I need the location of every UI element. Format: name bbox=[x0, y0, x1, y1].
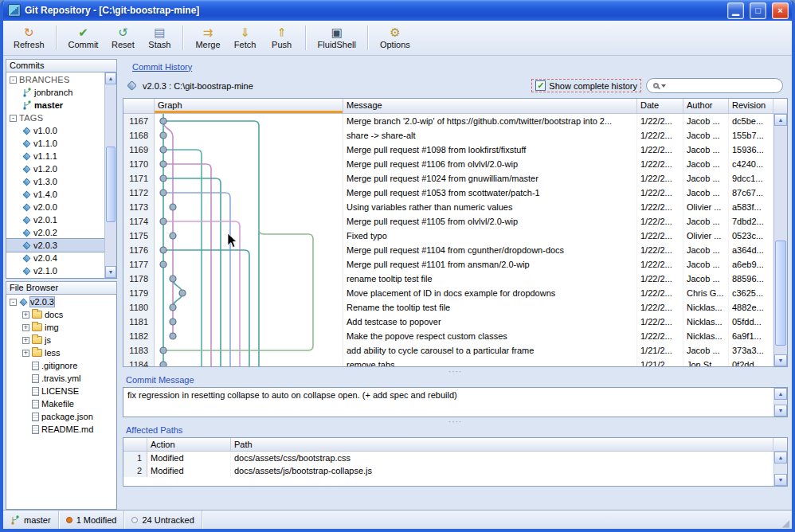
scroll-up-button[interactable]: ▲ bbox=[774, 452, 787, 464]
scroll-track[interactable] bbox=[774, 126, 787, 354]
column-header-author[interactable]: Author bbox=[683, 99, 729, 113]
collapse-icon[interactable]: - bbox=[10, 76, 17, 84]
file-item[interactable]: .gitignore bbox=[6, 359, 116, 372]
file-item[interactable]: .travis.yml bbox=[6, 372, 116, 385]
affected-path-row[interactable]: 2 Modified docs/assets/js/bootstrap-coll… bbox=[123, 464, 773, 477]
expand-icon[interactable]: + bbox=[22, 337, 29, 344]
column-header-path[interactable]: Path bbox=[231, 438, 773, 451]
table-row[interactable]: 1182 Make the popove respect custom clas… bbox=[123, 329, 773, 343]
branch-item[interactable]: master bbox=[6, 99, 104, 111]
table-row[interactable]: 1167 Merge branch '2.0-wip' of https://g… bbox=[123, 114, 773, 128]
show-complete-history-checkbox[interactable]: ✓ bbox=[535, 80, 546, 91]
table-row[interactable]: 1184 remove tabs 1/21/2... Jon St... 0f2… bbox=[123, 358, 773, 366]
column-header-revision[interactable]: Revision bbox=[729, 99, 773, 113]
scroll-down-button[interactable]: ▼ bbox=[105, 266, 116, 278]
table-row[interactable]: 1169 Merge pull request #1098 from lookf… bbox=[123, 143, 773, 157]
affected-path-row[interactable]: 1 Modified docs/assets/css/bootstrap.css bbox=[123, 452, 773, 464]
table-scrollbar[interactable]: ▲ ▼ bbox=[773, 114, 787, 366]
scroll-thumb[interactable] bbox=[106, 147, 116, 223]
branches-node[interactable]: - BRANCHES bbox=[6, 73, 104, 86]
commits-scrollbar[interactable]: ▲ ▼ bbox=[104, 72, 116, 278]
merge-button[interactable]: ⇉Merge bbox=[190, 22, 225, 53]
commit-button[interactable]: ✔Commit bbox=[63, 22, 104, 53]
file-item[interactable]: package.json bbox=[6, 410, 116, 423]
table-row[interactable]: 1177 Merge pull request #1101 from ansma… bbox=[123, 257, 773, 272]
tag-item[interactable]: v1.1.0 bbox=[6, 137, 104, 150]
tag-item[interactable]: v1.0.0 bbox=[6, 124, 104, 137]
table-row[interactable]: 1168 share -> share-alt 1/22/2... Jacob … bbox=[123, 128, 773, 143]
tab-commit-history[interactable]: Commit History bbox=[132, 62, 192, 72]
splitter-handle[interactable]: ···· bbox=[123, 417, 788, 425]
file-browser-root[interactable]: - v2.0.3 bbox=[6, 295, 116, 308]
table-row[interactable]: 1181 Add testcase to popover 1/22/2... N… bbox=[123, 315, 773, 329]
options-button[interactable]: ⚙Options bbox=[374, 22, 416, 53]
fluidshell-button[interactable]: ▣FluidShell bbox=[312, 22, 362, 53]
column-header-date[interactable]: Date bbox=[637, 99, 683, 113]
folder-item[interactable]: + img bbox=[6, 321, 116, 334]
file-item[interactable]: Makefile bbox=[6, 397, 116, 410]
search-box[interactable] bbox=[646, 78, 783, 93]
commit-message-scroll[interactable]: ▲ ▼ bbox=[773, 388, 787, 417]
folder-item[interactable]: + js bbox=[6, 334, 116, 346]
table-row[interactable]: 1180 Rename the tooltip test file 1/22/2… bbox=[123, 300, 773, 315]
scroll-up-button[interactable]: ▲ bbox=[105, 72, 116, 84]
table-row[interactable]: 1174 Merge pull request #1105 from olvlv… bbox=[123, 214, 773, 229]
search-input[interactable] bbox=[668, 81, 776, 91]
table-row[interactable]: 1171 Merge pull request #1024 from gnuwi… bbox=[123, 171, 773, 186]
close-button[interactable]: × bbox=[772, 2, 789, 19]
table-row[interactable]: 1179 Move placement of ID in docs exampl… bbox=[123, 286, 773, 300]
tag-item[interactable]: v1.4.0 bbox=[6, 188, 104, 201]
scroll-track[interactable] bbox=[105, 84, 116, 266]
tag-item[interactable]: v2.0.0 bbox=[6, 201, 104, 213]
reset-button[interactable]: ↺Reset bbox=[105, 22, 140, 53]
scroll-down-button[interactable]: ▼ bbox=[774, 354, 787, 366]
fetch-button[interactable]: ⇓Fetch bbox=[228, 22, 263, 53]
push-button[interactable]: ⇑Push bbox=[264, 22, 300, 53]
tag-item[interactable]: v1.1.1 bbox=[6, 150, 104, 162]
tag-item[interactable]: v1.2.0 bbox=[6, 162, 104, 175]
table-row[interactable]: 1170 Merge pull request #1106 from olvlv… bbox=[123, 157, 773, 171]
expand-icon[interactable]: + bbox=[22, 311, 29, 319]
column-header-action[interactable]: Action bbox=[147, 438, 231, 451]
table-row[interactable]: 1176 Merge pull request #1104 from cgunt… bbox=[123, 243, 773, 257]
folder-item[interactable]: + less bbox=[6, 346, 116, 359]
tag-item[interactable]: v2.0.2 bbox=[6, 226, 104, 239]
affected-paths-scroll[interactable]: ▲ ▼ bbox=[773, 452, 787, 486]
column-header-number[interactable] bbox=[123, 438, 147, 451]
stash-button[interactable]: ▤Stash bbox=[142, 22, 177, 53]
branch-item[interactable]: jonbranch bbox=[6, 86, 104, 99]
file-item[interactable]: LICENSE bbox=[6, 385, 116, 397]
table-row[interactable]: 1173 Using variables rather than numeric… bbox=[123, 200, 773, 214]
expand-icon[interactable]: + bbox=[22, 350, 29, 357]
column-header-message[interactable]: Message bbox=[343, 99, 637, 113]
folder-item[interactable]: + docs bbox=[6, 308, 116, 321]
table-row[interactable]: 1183 add ability to cycle carousel to a … bbox=[123, 343, 773, 358]
column-header-number[interactable] bbox=[123, 99, 155, 113]
chevron-down-icon[interactable] bbox=[661, 84, 666, 88]
resize-grip[interactable]: ◢ bbox=[782, 518, 789, 528]
table-row[interactable]: 1178 rename tooltip test file 1/22/2... … bbox=[123, 272, 773, 286]
tag-item[interactable]: v2.1.0 bbox=[6, 264, 104, 277]
tag-item[interactable]: v2.0.1 bbox=[6, 213, 104, 226]
commit-message-box[interactable]: fix regression in resetting collapse to … bbox=[123, 387, 788, 417]
splitter-handle[interactable]: ···· bbox=[123, 367, 788, 375]
tag-item[interactable]: v2.0.4 bbox=[6, 252, 104, 264]
collapse-icon[interactable]: - bbox=[10, 299, 17, 306]
scroll-up-button[interactable]: ▲ bbox=[774, 114, 787, 126]
scroll-down-button[interactable]: ▼ bbox=[774, 405, 787, 417]
minimize-button[interactable]: ▁ bbox=[727, 2, 744, 19]
tag-item[interactable]: v1.3.0 bbox=[6, 175, 104, 188]
maximize-button[interactable]: □ bbox=[750, 2, 766, 19]
scroll-up-button[interactable]: ▲ bbox=[774, 388, 787, 400]
table-row[interactable]: 1175 Fixed typo 1/22/2... Olivier ... 05… bbox=[123, 229, 773, 243]
column-header-graph[interactable]: Graph bbox=[155, 99, 343, 113]
collapse-icon[interactable]: - bbox=[10, 115, 17, 122]
file-item[interactable]: README.md bbox=[6, 423, 116, 436]
tags-node[interactable]: - TAGS bbox=[6, 111, 104, 124]
tag-item[interactable]: v2.0.3 bbox=[6, 239, 104, 252]
show-complete-history-group[interactable]: ✓ Show complete history bbox=[531, 79, 641, 92]
table-row[interactable]: 1172 Merge pull request #1053 from scott… bbox=[123, 186, 773, 200]
expand-icon[interactable]: + bbox=[22, 324, 29, 331]
scroll-down-button[interactable]: ▼ bbox=[774, 474, 787, 486]
refresh-button[interactable]: ↻Refresh bbox=[8, 22, 50, 53]
